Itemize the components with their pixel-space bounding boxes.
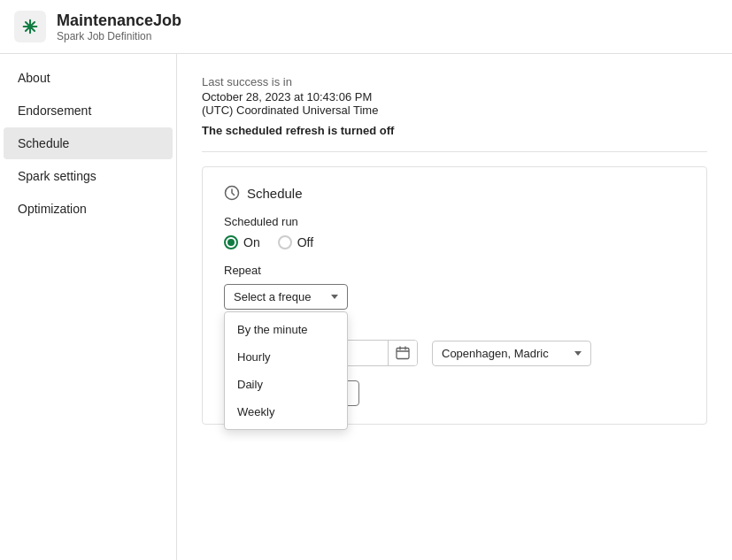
sidebar: About Endorsement Schedule Spark setting… [0, 54, 177, 560]
app-icon [14, 11, 46, 42]
last-success-tz: (UTC) Coordinated Universal Time [202, 104, 707, 117]
sidebar-item-about[interactable]: About [4, 62, 173, 94]
radio-off-indicator [278, 235, 292, 249]
repeat-dropdown-menu: By the minute Hourly Daily Weekly [224, 311, 348, 430]
schedule-section-header: Schedule [224, 185, 685, 201]
sidebar-item-spark-settings[interactable]: Spark settings [4, 160, 173, 192]
app-header: MaintenanceJob Spark Job Definition [0, 0, 732, 54]
dropdown-item-daily[interactable]: Daily [225, 371, 347, 398]
scheduled-run-radio-group: On Off [224, 235, 685, 249]
dropdown-item-by-the-minute[interactable]: By the minute [225, 316, 347, 343]
chevron-down-icon [331, 295, 338, 299]
svg-rect-2 [397, 349, 409, 359]
timezone-chevron-icon [574, 351, 582, 356]
sidebar-item-endorsement[interactable]: Endorsement [4, 95, 173, 127]
sidebar-item-schedule[interactable]: Schedule [4, 127, 173, 159]
repeat-dropdown-button[interactable]: Select a freque [224, 284, 348, 310]
header-text: MaintenanceJob Spark Job Definition [57, 12, 181, 42]
app-container: MaintenanceJob Spark Job Definition Abou… [0, 0, 732, 560]
radio-on-indicator [224, 235, 238, 249]
scheduled-off-notice: The scheduled refresh is turned off [202, 124, 707, 137]
timezone-select[interactable]: Copenhagen, Madric [432, 341, 591, 366]
radio-off-option[interactable]: Off [278, 235, 313, 249]
repeat-dropdown-value: Select a freque [234, 290, 311, 303]
timezone-value: Copenhagen, Madric [442, 347, 549, 360]
last-success-label: Last success is in [202, 75, 707, 88]
dropdown-item-hourly[interactable]: Hourly [225, 343, 347, 371]
app-title: MaintenanceJob [57, 12, 181, 30]
radio-off-label: Off [297, 235, 313, 249]
radio-on-label: On [243, 235, 260, 249]
app-subtitle: Spark Job Definition [57, 30, 181, 42]
main-content: Last success is in October 28, 2023 at 1… [177, 54, 732, 560]
repeat-section: Repeat Select a freque By the minute Hou… [224, 264, 685, 310]
repeat-label: Repeat [224, 264, 685, 277]
sidebar-item-optimization[interactable]: Optimization [4, 193, 173, 225]
schedule-card: Schedule Scheduled run On Off Repeat [202, 166, 707, 425]
main-layout: About Endorsement Schedule Spark setting… [0, 54, 732, 560]
dropdown-item-weekly[interactable]: Weekly [225, 398, 347, 426]
schedule-title: Schedule [247, 186, 303, 201]
repeat-dropdown-wrapper: Select a freque By the minute Hourly Dai… [224, 284, 348, 310]
end-date-calendar-button[interactable] [388, 341, 417, 365]
clock-icon [224, 185, 240, 201]
radio-on-option[interactable]: On [224, 235, 260, 249]
scheduled-run-label: Scheduled run [224, 215, 685, 228]
divider [202, 151, 707, 152]
timezone-field: Copenhagen, Madric [432, 341, 591, 366]
last-success-date: October 28, 2023 at 10:43:06 PM [202, 90, 707, 104]
